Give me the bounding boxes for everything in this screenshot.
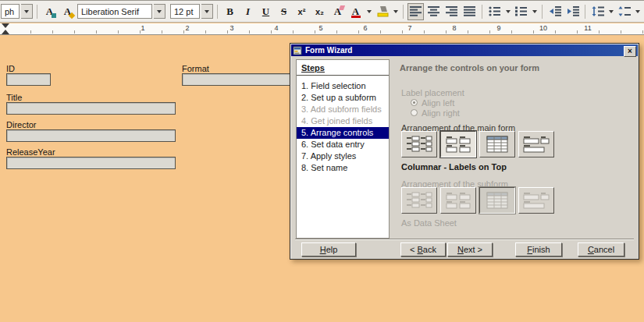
chevron-down-icon bbox=[205, 10, 209, 13]
field-input-title[interactable] bbox=[6, 102, 176, 115]
in-blocks-labels-above-icon bbox=[523, 192, 550, 209]
in-blocks-labels-above-icon bbox=[523, 136, 550, 153]
step-get-joined-fields: 4. Get joined fields bbox=[297, 115, 389, 127]
chevron-down-icon bbox=[393, 10, 398, 13]
field-input-id[interactable] bbox=[6, 73, 51, 86]
subform-in-blocks-button bbox=[518, 187, 554, 214]
font-size-input[interactable]: 12 pt bbox=[170, 4, 200, 19]
chevron-down-icon bbox=[506, 10, 511, 13]
update-style-button[interactable]: A bbox=[41, 3, 58, 20]
help-button[interactable]: Help bbox=[301, 242, 356, 257]
superscript-button[interactable]: x² bbox=[294, 3, 310, 20]
arrangement-as-data-sheet-button[interactable] bbox=[479, 131, 515, 157]
font-size-value: 12 pt bbox=[174, 7, 193, 16]
cancel-button[interactable]: Cancel bbox=[578, 242, 624, 257]
line-spacing-button[interactable] bbox=[589, 3, 606, 20]
steps-list: 1. Field selection 2. Set up a subform 3… bbox=[297, 80, 389, 174]
paragraph-style-value: ph bbox=[5, 7, 14, 16]
align-justify-icon bbox=[464, 6, 476, 16]
numbered-list-icon bbox=[515, 6, 528, 16]
arrangement-columnar-labels-on-top-button[interactable] bbox=[440, 131, 476, 157]
decrease-indent-icon bbox=[549, 6, 561, 16]
toolbar-separator bbox=[585, 5, 585, 19]
numbered-list-dropdown-button[interactable] bbox=[531, 3, 538, 20]
bullet-list-button[interactable] bbox=[486, 3, 503, 20]
italic-button[interactable]: I bbox=[240, 3, 256, 20]
next-button[interactable]: Next > bbox=[447, 242, 493, 257]
align-center-button[interactable] bbox=[425, 3, 442, 20]
main-form-arrangement-caption: Columnar - Labels on Top bbox=[401, 162, 507, 172]
bold-button[interactable]: B bbox=[222, 3, 238, 20]
step-field-selection[interactable]: 1. Field selection bbox=[297, 80, 389, 92]
align-right-icon bbox=[446, 6, 458, 16]
font-color-button[interactable]: A bbox=[347, 3, 364, 20]
paragraph-spacing-button[interactable] bbox=[616, 3, 632, 20]
clear-formatting-button[interactable]: A bbox=[329, 3, 346, 20]
increase-indent-button[interactable] bbox=[564, 3, 581, 20]
paragraph-spacing-dropdown-button[interactable] bbox=[634, 3, 641, 20]
step-apply-styles[interactable]: 7. Apply styles bbox=[297, 150, 389, 162]
font-size-dropdown-button[interactable] bbox=[201, 4, 213, 19]
columnar-labels-left-icon bbox=[406, 136, 432, 153]
ruler-number: 11 bbox=[584, 24, 591, 32]
ruler-number: 8 bbox=[452, 24, 456, 32]
font-color-dropdown-button[interactable] bbox=[365, 3, 372, 20]
highlight-color-dropdown-button[interactable] bbox=[392, 3, 399, 20]
underline-button[interactable]: U bbox=[258, 3, 274, 20]
subscript-button[interactable]: x₂ bbox=[311, 3, 328, 20]
align-right-button[interactable] bbox=[443, 3, 460, 20]
toolbar-separator bbox=[403, 5, 404, 19]
decrease-indent-button[interactable] bbox=[546, 3, 563, 20]
dialog-titlebar[interactable]: Form Wizard × bbox=[291, 44, 638, 56]
columnar-labels-on-top-icon bbox=[445, 192, 471, 209]
data-sheet-icon bbox=[484, 192, 511, 209]
ruler-number: 6 bbox=[363, 24, 367, 32]
left-indent-marker[interactable] bbox=[2, 30, 9, 34]
align-right-radio bbox=[411, 109, 418, 116]
finish-button[interactable]: Finish bbox=[515, 242, 562, 257]
align-left-icon bbox=[410, 6, 422, 16]
ruler-number: 3 bbox=[229, 24, 233, 32]
step-arrange-controls[interactable]: 5. Arrange controls bbox=[297, 127, 389, 139]
strikethrough-button[interactable]: S bbox=[276, 3, 292, 20]
align-justify-button[interactable] bbox=[461, 3, 478, 20]
arrangement-columnar-labels-left-button[interactable] bbox=[401, 131, 437, 157]
ruler-number: 4 bbox=[274, 24, 278, 32]
bullet-list-dropdown-button[interactable] bbox=[504, 3, 511, 20]
field-input-format[interactable] bbox=[182, 73, 297, 86]
paragraph-style-dropdown-button[interactable] bbox=[21, 4, 33, 19]
field-label-id: ID bbox=[6, 64, 15, 73]
columnar-labels-on-top-icon bbox=[445, 136, 471, 153]
align-center-icon bbox=[428, 6, 440, 16]
field-input-releaseyear[interactable] bbox=[6, 157, 176, 169]
back-button[interactable]: < Back bbox=[400, 242, 446, 257]
form-wizard-icon bbox=[293, 46, 302, 55]
close-icon: × bbox=[628, 48, 632, 55]
chevron-down-icon bbox=[532, 10, 537, 13]
field-input-director[interactable] bbox=[6, 129, 176, 142]
arrangement-in-blocks-button[interactable] bbox=[518, 131, 554, 157]
step-set-data-entry[interactable]: 6. Set data entry bbox=[297, 139, 389, 150]
ruler-number: 7 bbox=[407, 24, 411, 32]
close-button[interactable]: × bbox=[624, 46, 636, 57]
line-spacing-dropdown-button[interactable] bbox=[607, 3, 614, 20]
font-color-icon: A bbox=[352, 5, 359, 18]
ruler-number: 9 bbox=[496, 24, 500, 32]
horizontal-ruler[interactable]: 1 2 3 4 5 6 7 8 9 10 11 bbox=[0, 23, 644, 35]
label-placement-heading: Label placement bbox=[401, 88, 464, 97]
chevron-down-icon bbox=[609, 10, 614, 13]
new-style-button[interactable]: A bbox=[59, 3, 76, 20]
align-left-button[interactable] bbox=[407, 3, 424, 20]
highlight-color-button[interactable] bbox=[374, 3, 390, 20]
paragraph-style-input[interactable]: ph bbox=[1, 4, 20, 19]
field-label-format: Format bbox=[182, 64, 209, 73]
align-left-radio-label: Align left bbox=[422, 98, 454, 108]
font-name-dropdown-button[interactable] bbox=[154, 4, 165, 19]
subform-arrangement-caption: As Data Sheet bbox=[401, 218, 457, 228]
numbered-list-button[interactable] bbox=[513, 3, 529, 20]
first-line-indent-marker[interactable] bbox=[2, 23, 9, 28]
ruler-number: 10 bbox=[539, 24, 547, 32]
font-name-input[interactable]: Liberation Serif bbox=[77, 4, 152, 19]
step-set-name[interactable]: 8. Set name bbox=[297, 162, 389, 174]
step-set-up-subform[interactable]: 2. Set up a subform bbox=[297, 92, 389, 104]
